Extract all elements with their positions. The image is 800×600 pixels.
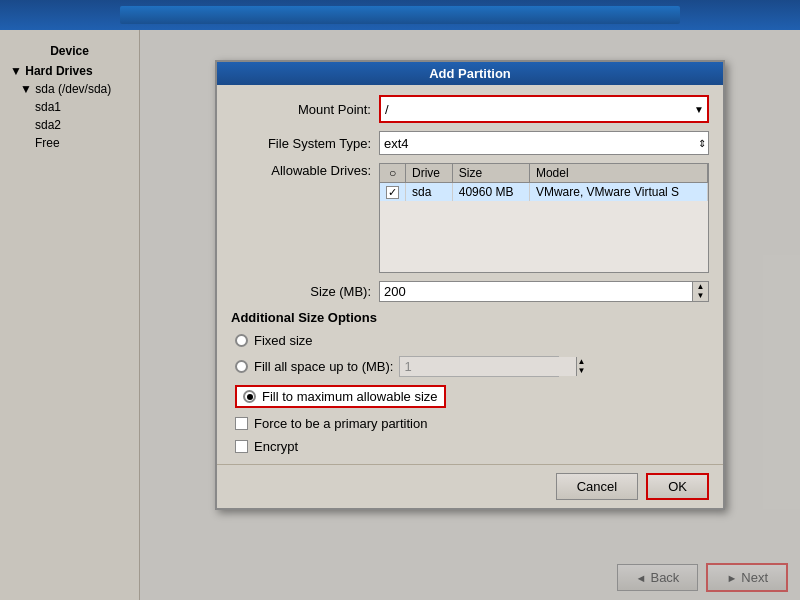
top-bar-inner [120, 6, 680, 24]
additional-size-options-title: Additional Size Options [231, 310, 709, 325]
mount-point-label: Mount Point: [231, 102, 371, 117]
size-mb-label: Size (MB): [231, 284, 371, 299]
fill-space-input-wrapper: ▲ ▼ [399, 356, 559, 377]
add-partition-dialog: Add Partition Mount Point: / /boot /home… [215, 60, 725, 510]
sidebar-item-hard-drives[interactable]: ▼ Hard Drives [0, 62, 139, 80]
fill-space-spin-up[interactable]: ▲ [577, 357, 585, 367]
force-primary-label: Force to be a primary partition [254, 416, 427, 431]
force-primary-row: Force to be a primary partition [231, 416, 709, 431]
top-bar [0, 0, 800, 30]
table-row[interactable]: sda 40960 MB VMware, VMware Virtual S [380, 183, 708, 202]
sidebar-item-sda1[interactable]: sda1 [0, 98, 139, 116]
size-mb-row: Size (MB): 200 ▲ ▼ [231, 281, 709, 302]
mount-point-row: Mount Point: / /boot /home swap ▼ [231, 95, 709, 123]
drive-row-model: VMware, VMware Virtual S [529, 183, 707, 202]
filesystem-type-row: File System Type: ext4 ext3 xfs swap ⇕ [231, 131, 709, 155]
encrypt-row: Encrypt [231, 439, 709, 454]
size-mb-input[interactable]: 200 [380, 282, 692, 301]
fill-space-row: Fill all space up to (MB): ▲ ▼ [231, 356, 709, 377]
fill-space-label: Fill all space up to (MB): [254, 359, 393, 374]
size-spin-up[interactable]: ▲ [693, 282, 708, 292]
drive-checkbox[interactable] [386, 186, 399, 199]
size-spin-buttons: ▲ ▼ [692, 282, 708, 301]
fill-space-spin-down[interactable]: ▼ [577, 367, 585, 377]
filesystem-type-select[interactable]: ext4 ext3 xfs swap [379, 131, 709, 155]
allowable-drives-row: Allowable Drives: ○ Drive Size Model [231, 163, 709, 273]
fill-space-input[interactable] [400, 357, 576, 376]
sidebar-item-sda[interactable]: ▼ sda (/dev/sda) [0, 80, 139, 98]
sidebar-item-free[interactable]: Free [0, 134, 139, 152]
mount-point-select[interactable]: / /boot /home swap [381, 97, 707, 121]
drive-row-size: 40960 MB [452, 183, 529, 202]
dialog-buttons: Cancel OK [217, 464, 723, 508]
drive-row-radio[interactable] [380, 183, 406, 202]
drives-table-container: ○ Drive Size Model [379, 163, 709, 273]
ok-button[interactable]: OK [646, 473, 709, 500]
allowable-drives-label: Allowable Drives: [231, 163, 371, 178]
page-area: Please Select A Device Add Partition Mou… [140, 30, 800, 600]
dialog-overlay: Add Partition Mount Point: / /boot /home… [140, 30, 800, 600]
drive-row-drive: sda [406, 183, 453, 202]
fill-max-label: Fill to maximum allowable size [262, 389, 438, 404]
sidebar: Device ▼ Hard Drives ▼ sda (/dev/sda) sd… [0, 30, 140, 600]
drives-col-model: Model [529, 164, 707, 183]
force-primary-checkbox[interactable] [235, 417, 248, 430]
drives-col-radio: ○ [380, 164, 406, 183]
sidebar-item-sda2[interactable]: sda2 [0, 116, 139, 134]
dialog-title-bar: Add Partition [217, 62, 723, 85]
encrypt-label: Encrypt [254, 439, 298, 454]
fixed-size-row: Fixed size [231, 333, 709, 348]
encrypt-checkbox[interactable] [235, 440, 248, 453]
size-input-wrapper: 200 ▲ ▼ [379, 281, 709, 302]
fill-max-radio[interactable] [243, 390, 256, 403]
size-spin-down[interactable]: ▼ [693, 292, 708, 302]
fill-max-highlight: Fill to maximum allowable size [235, 385, 446, 408]
fixed-size-label: Fixed size [254, 333, 313, 348]
fill-space-radio[interactable] [235, 360, 248, 373]
drives-col-drive: Drive [406, 164, 453, 183]
drives-table: ○ Drive Size Model [380, 164, 708, 201]
filesystem-type-select-wrapper[interactable]: ext4 ext3 xfs swap ⇕ [379, 131, 709, 155]
fixed-size-radio[interactable] [235, 334, 248, 347]
mount-point-select-wrapper[interactable]: / /boot /home swap ▼ [379, 95, 709, 123]
fill-space-spin-buttons: ▲ ▼ [576, 357, 585, 376]
main-content: Device ▼ Hard Drives ▼ sda (/dev/sda) sd… [0, 30, 800, 600]
filesystem-type-label: File System Type: [231, 136, 371, 151]
sidebar-title: Device [0, 40, 139, 62]
fill-max-row: Fill to maximum allowable size [231, 385, 709, 408]
drives-col-size: Size [452, 164, 529, 183]
cancel-button[interactable]: Cancel [556, 473, 638, 500]
dialog-body: Mount Point: / /boot /home swap ▼ [217, 85, 723, 464]
